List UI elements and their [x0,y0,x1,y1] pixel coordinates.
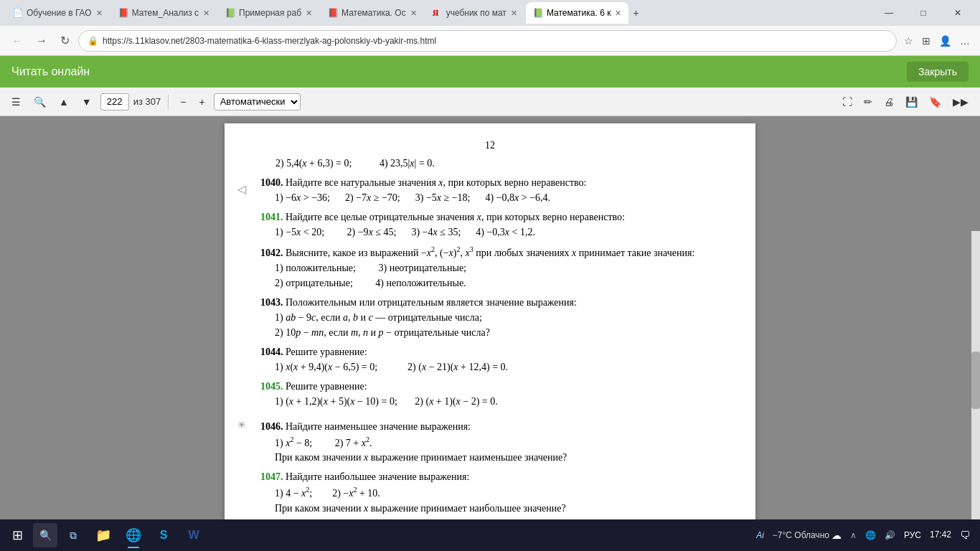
star-marker: ✳ [237,418,246,433]
print-button[interactable]: 🖨 [880,93,898,110]
more-button[interactable]: ▶▶ [948,93,973,110]
language-text: РУС [904,530,921,540]
explorer-icon: 📁 [95,527,111,543]
problem-1047-text: Найдите наибольшее значение выражения: [286,471,469,482]
edge-icon: 🌐 [126,527,141,543]
tab-3[interactable]: 📗 Примерная раб ✕ [218,2,319,24]
notification-button[interactable]: 🗨 [957,528,973,542]
ai-button[interactable]: Ai [753,529,767,542]
tab-4-icon: 📕 [328,8,338,18]
maximize-button[interactable]: □ [907,0,940,26]
tab-2-close[interactable]: ✕ [199,9,209,18]
pdf-search[interactable]: 🔍 [29,93,50,110]
minimize-button[interactable]: — [872,0,905,26]
taskbar-system: Ai −7°C Облачно ☁ ∧ 🌐 🔊 РУС 17:42 🗨 [753,528,977,542]
language-indicator[interactable]: РУС [901,529,924,542]
tab-2[interactable]: 📕 Матем_Анализ с ✕ [111,2,217,24]
window-controls: — □ ✕ [872,0,974,26]
bookmark-marker: ◁ [237,181,246,198]
problem-1042-text: Выясните, какое из выражений −x2, (−x)2,… [286,248,694,258]
tab-2-icon: 📕 [118,8,128,18]
volume-icon[interactable]: 🔊 [882,529,898,542]
weather-text: −7°C Облачно [773,530,829,540]
browser-chrome: 📄 Обучение в ГАО ✕ 📕 Матем_Анализ с ✕ 📗 … [0,0,980,56]
reader-close-button[interactable]: Закрыть [907,62,969,82]
problem-1044-text: Решите уравнение: [286,347,367,357]
tab-4[interactable]: 📕 Математика. Ос ✕ [321,2,424,24]
header-number: 12 [485,140,495,151]
weather-widget[interactable]: −7°C Облачно ☁ [770,528,844,542]
content-area: ◁ ✳ 12 2) 5,4(x + 6,3) = 0; 4) 23,5|x| =… [0,116,980,551]
pdf-toggle-sidebar[interactable]: ☰ [7,93,25,110]
problem-1041: 1041. Найдите все целые отрицательные зн… [260,209,720,240]
network-icon[interactable]: 🌐 [862,529,879,542]
back-button[interactable]: ← [7,32,27,50]
problem-1041-text: Найдите все целые отрицательные значения… [286,212,625,222]
draw-button[interactable]: ✏ [859,93,877,110]
tab-1[interactable]: 📄 Обучение в ГАО ✕ [6,2,110,24]
zoom-out-button[interactable]: − [176,93,190,110]
tab-3-label: Примерная раб [239,8,301,18]
time-text: 17:42 [930,529,951,541]
bookmark-button[interactable]: 🔖 [925,93,946,110]
clock[interactable]: 17:42 [927,528,954,542]
problem-1042-items: 1) положительные; 3) неотрицательные; 2)… [275,260,720,291]
fullscreen-button[interactable]: ⛶ [838,93,857,110]
problem-1042: 1042. Выясните, какое из выражений −x2, … [260,244,720,291]
refresh-button[interactable]: ↻ [56,31,74,50]
new-tab-button[interactable]: + [630,4,641,22]
problem-1047: 1047. Найдите наибольшее значение выраже… [260,469,720,516]
problem-1046-items: 1) x2 − 8; 2) 7 + x2. При каком значении… [275,434,720,466]
start-button[interactable]: ⊞ [3,521,32,550]
cloud-icon: ☁ [831,529,842,541]
tab-6-label: Математика. 6 к [547,8,611,18]
problem-1046: 1046. Найдите наименьшее значение выраже… [260,419,720,466]
problem-1046-num: 1046. [260,421,283,432]
taskbar-word[interactable]: W [179,521,208,550]
scrollbar-thumb[interactable] [971,352,980,409]
zoom-select[interactable]: Автоматически 50% 75% 100% 125% 150% [214,93,301,110]
pdf-toolbar-right: ⛶ ✏ 🖨 💾 🔖 ▶▶ [838,93,973,110]
tray-up-arrow: ∧ [850,530,857,540]
tab-4-close[interactable]: ✕ [406,9,417,18]
taskbar-skype[interactable]: S [149,521,178,550]
download-button[interactable]: 💾 [901,93,922,110]
tab-1-close[interactable]: ✕ [92,9,103,18]
ai-label: Ai [756,530,764,540]
tab-5-close[interactable]: ✕ [507,9,517,18]
problem-1046-text: Найдите наименьшее значение выражения: [286,421,471,432]
network-indicator: 🌐 [865,530,876,540]
problem-1043-items: 1) ab − 9c, если a, b и c — отрицательны… [275,310,720,340]
zoom-in-button[interactable]: + [194,93,209,110]
taskbar-edge[interactable]: 🌐 [119,521,148,550]
collections-button[interactable]: ⊞ [919,32,933,50]
problem-1041-num: 1041. [260,212,283,222]
taskbar-explorer[interactable]: 📁 [89,521,118,550]
profile-button[interactable]: 👤 [936,32,954,50]
taskbar-task-view[interactable]: ⧉ [59,521,88,550]
forward-button[interactable]: → [32,32,52,50]
tab-1-icon: 📄 [13,8,23,18]
reader-title: Читать онлайн [11,65,90,78]
tab-2-label: Матем_Анализ с [132,8,199,18]
pdf-page: ◁ ✳ 12 2) 5,4(x + 6,3) = 0; 4) 23,5|x| =… [225,123,755,547]
tab-5[interactable]: Я учебник по мат ✕ [425,2,524,24]
favorites-button[interactable]: ☆ [901,32,916,50]
tray-icons[interactable]: ∧ [847,529,859,542]
notification-icon: 🗨 [960,529,970,541]
tab-5-label: учебник по мат [446,8,507,18]
pdf-next-page[interactable]: ▼ [77,93,96,110]
task-view-icon: ⧉ [70,529,77,542]
settings-button[interactable]: … [957,32,973,50]
url-bar[interactable]: 🔒 https://s.11klasov.net/2803-matematika… [78,30,897,52]
pdf-prev-page[interactable]: ▲ [55,93,73,110]
tab-6[interactable]: 📗 Математика. 6 к ✕ [526,2,629,24]
tab-3-close[interactable]: ✕ [301,9,312,18]
toolbar-separator-1 [168,95,169,109]
page-number-input[interactable] [100,93,129,110]
address-actions: ☆ ⊞ 👤 … [901,32,973,50]
problem-1040-num: 1040. [260,177,283,188]
tab-6-close[interactable]: ✕ [611,9,621,18]
close-button[interactable]: ✕ [941,0,974,26]
taskbar-search-button[interactable]: 🔍 [33,523,57,547]
